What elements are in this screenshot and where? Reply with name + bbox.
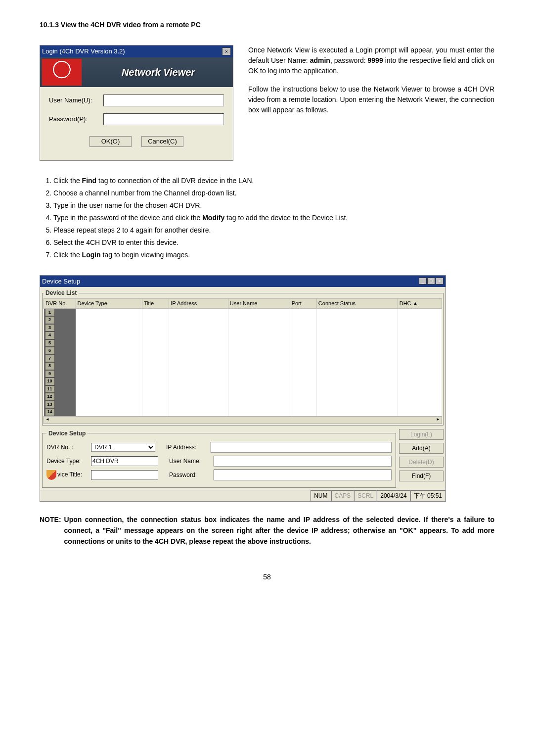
column-header[interactable]: DVR No.	[44, 299, 76, 309]
login-dialog: Login (4Ch DVR Version 3.2) × Network Vi…	[40, 45, 233, 161]
cancel-button[interactable]: Cancel(C)	[141, 136, 183, 147]
para1-admin: admin	[310, 56, 330, 64]
delete-button[interactable]: Delete(D)	[399, 457, 444, 468]
dvr-no-label: DVR No. :	[46, 443, 91, 452]
device-setup-window: Device Setup _ □ × Device List DVR No.De…	[40, 275, 446, 502]
section-heading: 10.1.3 View the 4CH DVR video from a rem…	[40, 20, 494, 30]
step-item: Select the 4CH DVR to enter this device.	[53, 237, 494, 248]
device-type-input[interactable]	[91, 456, 158, 466]
table-row[interactable]: 3	[44, 324, 442, 332]
shield-icon	[46, 470, 56, 480]
scroll-left-icon[interactable]: ◄	[44, 417, 51, 423]
vice-title-label: vice Title:	[57, 471, 82, 478]
status-scrl: SCRL	[354, 490, 377, 501]
password-label: Password(P):	[49, 114, 103, 124]
minimize-icon[interactable]: _	[419, 278, 427, 284]
table-row[interactable]: 10	[44, 378, 442, 385]
add-button[interactable]: Add(A)	[399, 443, 444, 454]
titlebar-text: Login (4Ch DVR Version 3.2)	[42, 47, 125, 56]
ds-password-label: Password:	[169, 471, 214, 479]
header-brand-text: Network Viewer	[84, 65, 233, 80]
note-block: NOTE: Upon connection, the connection st…	[40, 514, 494, 547]
para1-pw: 9999	[368, 56, 383, 64]
table-row[interactable]: 12	[44, 393, 442, 401]
login-header: Network Viewer	[40, 57, 233, 87]
table-row[interactable]: 2	[44, 316, 442, 324]
step-item: Type in the password of the device and c…	[53, 213, 494, 223]
device-list-legend: Device List	[44, 288, 79, 297]
table-row[interactable]: 14	[44, 408, 442, 416]
user-name-label: User Name:	[169, 457, 214, 466]
ok-button[interactable]: OK(O)	[89, 136, 132, 147]
ds-password-input[interactable]	[214, 470, 392, 480]
column-header[interactable]: Port	[290, 299, 316, 309]
ds-titlebar-text: Device Setup	[42, 277, 80, 286]
column-header[interactable]: Connect Status	[316, 299, 398, 309]
table-row[interactable]: 4	[44, 331, 442, 339]
table-row[interactable]: 6	[44, 347, 442, 355]
table-row[interactable]: 1	[44, 308, 442, 316]
username-input[interactable]	[103, 94, 224, 106]
table-row[interactable]: 5	[44, 339, 442, 347]
horizontal-scrollbar[interactable]: ◄ ►	[44, 416, 442, 424]
step-item: Please repeat steps 2 to 4 again for ano…	[53, 225, 494, 236]
intro-text: Once Network View is executed a Login pr…	[248, 45, 494, 123]
statusbar: NUM CAPS SCRL 2004/3/24 下午 05:51	[40, 490, 445, 501]
close-icon[interactable]: ×	[222, 47, 231, 55]
titlebar: Login (4Ch DVR Version 3.2) ×	[40, 46, 233, 57]
step-item: Click the Find tag to connection of the …	[53, 176, 494, 186]
table-row[interactable]: 9	[44, 370, 442, 378]
ip-input[interactable]	[211, 442, 392, 453]
column-header[interactable]: Device Type	[76, 299, 142, 309]
find-button[interactable]: Find(F)	[399, 471, 444, 481]
step-item: Choose a channel number from the Channel…	[53, 188, 494, 198]
table-row[interactable]: 13	[44, 401, 442, 409]
device-list-table[interactable]: DVR No.Device TypeTitleIP AddressUser Na…	[44, 298, 442, 416]
scroll-right-icon[interactable]: ►	[435, 417, 442, 423]
login-button[interactable]: Login(L)	[399, 429, 444, 440]
step-item: Type in the user name for the chosen 4CH…	[53, 200, 494, 211]
steps-list: Click the Find tag to connection of the …	[44, 176, 494, 260]
vice-title-input[interactable]	[91, 470, 158, 480]
page-number: 58	[40, 572, 494, 582]
status-caps: CAPS	[331, 490, 355, 501]
para1-b: , password:	[330, 56, 368, 64]
table-row[interactable]: 7	[44, 355, 442, 363]
dvr-no-select[interactable]: DVR 1	[91, 443, 155, 452]
device-type-label: Device Type:	[46, 457, 91, 466]
note-label: NOTE:	[40, 514, 61, 547]
table-row[interactable]: 8	[44, 362, 442, 370]
status-time: 下午 05:51	[410, 490, 445, 501]
note-text: Upon connection, the connection status b…	[64, 514, 494, 547]
device-setup-fieldset: Device Setup DVR No. : DVR 1 IP Address:…	[42, 429, 396, 488]
step-item: Click the Login tag to begin viewing ima…	[53, 250, 494, 260]
maximize-icon[interactable]: □	[427, 278, 435, 284]
status-num: NUM	[311, 490, 331, 501]
close-icon[interactable]: ×	[436, 278, 444, 284]
status-date: 2004/3/24	[377, 490, 410, 501]
header-logo-icon	[42, 58, 82, 86]
column-header[interactable]: User Name	[228, 299, 290, 309]
device-setup-legend: Device Setup	[46, 429, 88, 438]
user-name-input[interactable]	[214, 456, 392, 467]
column-header[interactable]: Title	[142, 299, 169, 309]
ip-label: IP Address:	[166, 443, 211, 452]
column-header[interactable]: DHC ▲	[398, 299, 442, 309]
username-label: User Name(U):	[49, 95, 103, 105]
column-header[interactable]: IP Address	[169, 299, 228, 309]
ds-titlebar: Device Setup _ □ ×	[40, 276, 445, 287]
password-input[interactable]	[103, 113, 224, 125]
table-row[interactable]: 11	[44, 385, 442, 393]
device-list-fieldset: Device List DVR No.Device TypeTitleIP Ad…	[42, 288, 444, 425]
para2: Follow the instructions below to use the…	[248, 84, 494, 115]
